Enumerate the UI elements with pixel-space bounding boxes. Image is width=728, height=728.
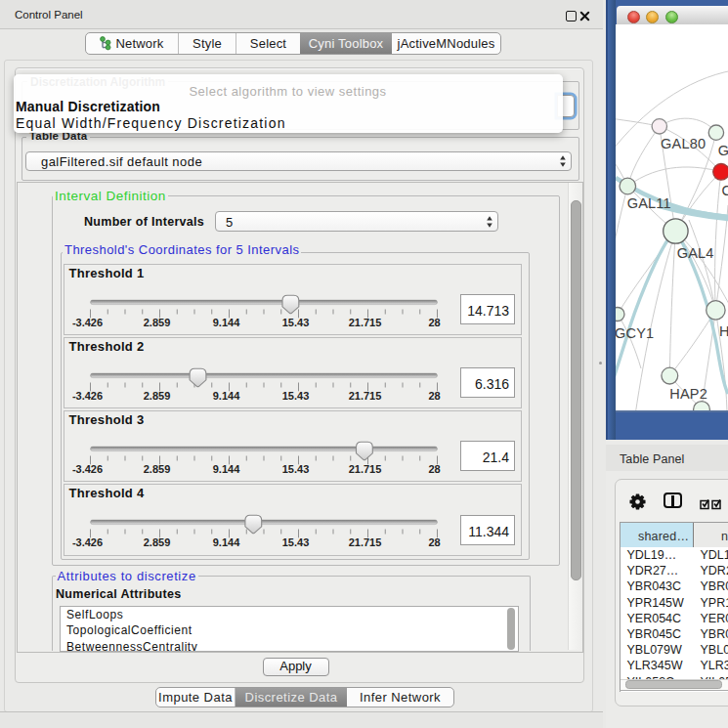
svg-text:-3.426: -3.426 [71,463,102,475]
svg-text:CY: CY [722,183,728,198]
svg-text:21.715: 21.715 [348,463,381,475]
svg-text:21.715: 21.715 [348,390,381,402]
svg-text:GCY1: GCY1 [616,325,654,341]
svg-text:9.144: 9.144 [212,463,239,475]
svg-text:21.715: 21.715 [348,536,381,548]
svg-text:-3.426: -3.426 [71,390,102,402]
svg-text:9.144: 9.144 [212,536,239,548]
svg-text:15.43: 15.43 [281,317,309,328]
svg-text:28: 28 [428,390,440,402]
svg-text:2.859: 2.859 [143,317,170,328]
svg-text:H: H [719,323,728,339]
svg-text:GAL4: GAL4 [677,245,714,261]
svg-text:15.43: 15.43 [281,536,309,548]
svg-text:2.859: 2.859 [143,536,170,548]
svg-text:-3.426: -3.426 [71,317,102,328]
svg-text:28: 28 [428,536,440,548]
svg-text:9.144: 9.144 [212,390,239,402]
svg-text:28: 28 [428,317,440,328]
svg-text:2.859: 2.859 [143,463,170,475]
svg-text:28: 28 [428,463,440,475]
svg-text:21.715: 21.715 [348,317,381,328]
svg-text:-3.426: -3.426 [71,536,102,548]
svg-text:GAL80: GAL80 [661,136,706,151]
svg-text:GAL11: GAL11 [627,195,671,211]
svg-text:2.859: 2.859 [143,390,170,402]
svg-text:15.43: 15.43 [281,463,309,475]
svg-text:GA: GA [718,143,728,158]
svg-text:9.144: 9.144 [212,317,239,328]
svg-text:HAP2: HAP2 [669,386,707,402]
svg-text:15.43: 15.43 [281,390,309,402]
